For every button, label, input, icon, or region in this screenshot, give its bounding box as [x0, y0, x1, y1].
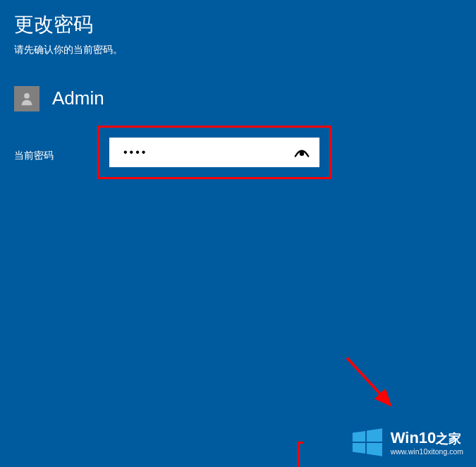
bottom-highlight-fragment — [298, 442, 303, 467]
annotation-arrow — [341, 353, 404, 416]
windows-logo-icon — [351, 426, 384, 459]
current-password-label: 当前密码 — [14, 142, 97, 162]
input-highlight — [97, 126, 331, 179]
username: Admin — [52, 87, 104, 109]
current-password-row: 当前密码 — [14, 126, 462, 179]
avatar — [14, 86, 39, 111]
svg-point-0 — [24, 93, 30, 99]
watermark-url: www.win10xitong.com — [391, 447, 463, 456]
user-info: Admin — [14, 86, 462, 111]
current-password-input[interactable] — [109, 138, 319, 167]
reveal-password-icon[interactable] — [294, 147, 310, 158]
page-title: 更改密码 — [14, 13, 462, 37]
svg-point-1 — [300, 151, 304, 155]
page-subtitle: 请先确认你的当前密码。 — [14, 44, 462, 56]
person-icon — [19, 91, 35, 107]
watermark-title: Win10之家 — [391, 429, 463, 447]
svg-line-3 — [347, 358, 390, 405]
watermark: Win10之家 www.win10xitong.com — [351, 426, 463, 459]
